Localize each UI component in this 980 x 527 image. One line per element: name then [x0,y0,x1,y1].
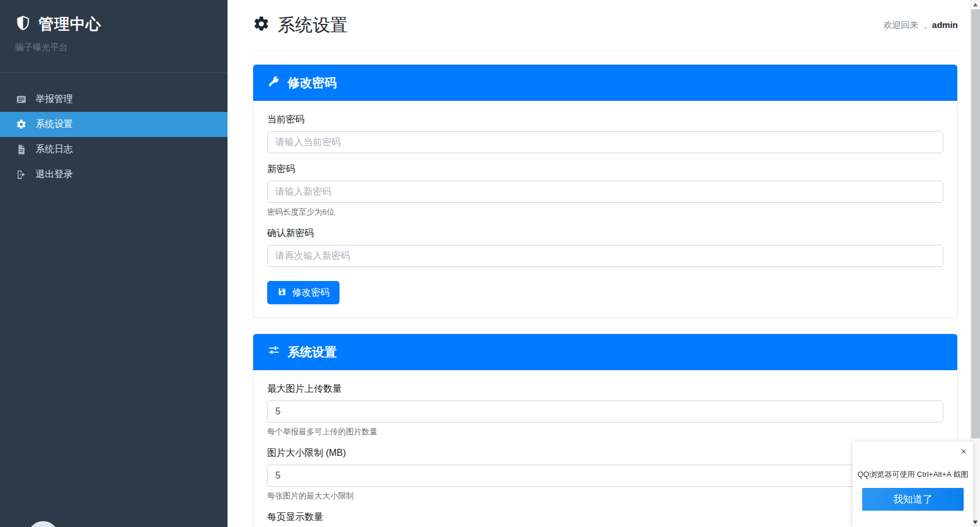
sidebar-item-settings[interactable]: 系统设置 [0,112,228,137]
settings-card: 系统设置 最大图片上传数量 每个举报最多可上传的图片数量 图片大小限制 (MB)… [253,333,958,527]
new-password-input[interactable] [267,181,943,203]
save-icon [277,287,287,299]
new-password-help: 密码长度至少为6位 [267,207,943,217]
sliders-icon [268,345,280,360]
change-password-button-label: 修改密码 [292,287,330,299]
settings-card-title: 系统设置 [288,344,337,360]
new-password-label: 新密码 [267,163,943,175]
max-images-label: 最大图片上传数量 [267,383,943,395]
gear-icon [16,119,27,130]
password-card: 修改密码 当前密码 新密码 密码长度至少为6位 确认新密码 修改密码 [253,64,958,318]
page-title: 系统设置 [278,15,348,36]
welcome-message: 欢迎回来 ， admin [883,20,958,31]
toast-confirm-button[interactable]: 我知道了 [862,488,964,511]
current-password-group: 当前密码 [267,114,943,153]
brand-title: 管理中心 [38,14,102,34]
file-icon [16,144,27,155]
sidebar-item-logout[interactable]: 退出登录 [0,162,228,187]
page-size-group: 每页显示数量 [267,511,943,527]
sidebar-item-reports[interactable]: 举报管理 [0,87,228,112]
confirm-password-label: 确认新密码 [267,227,943,240]
brand-subtitle: 骗子曝光平台 [15,42,212,53]
page-size-label: 每页显示数量 [267,511,943,524]
page-header: 系统设置 欢迎回来 ， admin [253,15,958,51]
current-password-input[interactable] [267,131,943,153]
welcome-prefix: 欢迎回来 ， [883,20,929,30]
sidebar-menu: 举报管理 系统设置 系统日志 退出登录 [0,87,228,187]
settings-card-header: 系统设置 [253,334,957,370]
username: admin [932,20,958,30]
shield-icon [15,15,31,33]
sidebar-item-label: 系统日志 [36,143,73,156]
scrollbar-up-arrow-icon[interactable] [973,3,978,6]
current-password-label: 当前密码 [267,114,943,126]
confirm-password-input[interactable] [267,245,943,267]
key-icon [268,75,280,90]
change-password-button[interactable]: 修改密码 [267,281,340,304]
image-size-help: 每张图片的最大大小限制 [267,491,943,501]
signout-icon [16,169,27,180]
toast-message: QQ浏览器可使用 Ctrl+Alt+A 截图 [853,469,973,480]
max-images-help: 每个举报最多可上传的图片数量 [267,427,943,437]
sidebar-item-logs[interactable]: 系统日志 [0,137,228,162]
max-images-input[interactable] [267,400,943,423]
confirm-password-group: 确认新密码 [267,227,943,267]
max-images-group: 最大图片上传数量 每个举报最多可上传的图片数量 [267,383,943,437]
sidebar-divider [0,72,228,73]
brand: 管理中心 骗子曝光平台 [0,0,228,53]
image-size-label: 图片大小限制 (MB) [267,447,943,459]
scrollbar-thumb[interactable] [971,9,980,438]
sidebar: 管理中心 骗子曝光平台 举报管理 系统设置 系统日志 退出登 [0,0,228,527]
gear-icon [253,15,270,35]
sidebar-item-label: 举报管理 [36,93,73,106]
image-size-input[interactable] [267,465,943,487]
password-card-title: 修改密码 [288,75,337,91]
password-card-header: 修改密码 [253,65,957,101]
scrollbar-down-arrow-icon[interactable] [973,521,978,524]
image-size-group: 图片大小限制 (MB) 每张图片的最大大小限制 [267,447,943,501]
screenshot-tip-toast: × QQ浏览器可使用 Ctrl+Alt+A 截图 我知道了 [853,442,973,527]
new-password-group: 新密码 密码长度至少为6位 [267,163,943,217]
close-icon[interactable]: × [961,447,967,456]
newspaper-icon [16,94,27,105]
sidebar-item-label: 退出登录 [36,168,73,181]
sidebar-item-label: 系统设置 [36,118,73,131]
